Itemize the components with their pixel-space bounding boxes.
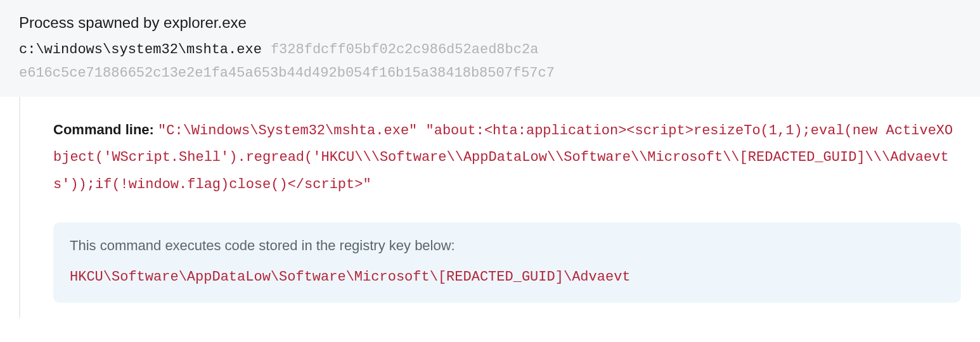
header-meta: c:\windows\system32\mshta.exef328fdcff05… <box>19 38 961 86</box>
info-box: This command executes code stored in the… <box>53 222 961 303</box>
hash-sha256: e616c5ce71886652c13e2e1fa45a653b44d492b0… <box>19 65 555 81</box>
process-path: c:\windows\system32\mshta.exe <box>19 42 262 58</box>
process-body: Command line: "C:\Windows\System32\mshta… <box>19 97 980 318</box>
info-description: This command executes code stored in the… <box>70 238 945 254</box>
command-line-label: Command line: <box>53 122 154 137</box>
info-registry-key: HKCU\Software\AppDataLow\Software\Micros… <box>70 269 945 285</box>
command-line-value: "C:\Windows\System32\mshta.exe" "about:<… <box>53 123 953 193</box>
hash-md5: f328fdcff05bf02c2c986d52aed8bc2a <box>271 42 538 58</box>
header-title: Process spawned by explorer.exe <box>19 14 961 32</box>
command-line-row: Command line: "C:\Windows\System32\mshta… <box>53 117 961 198</box>
process-header: Process spawned by explorer.exe c:\windo… <box>0 0 980 97</box>
